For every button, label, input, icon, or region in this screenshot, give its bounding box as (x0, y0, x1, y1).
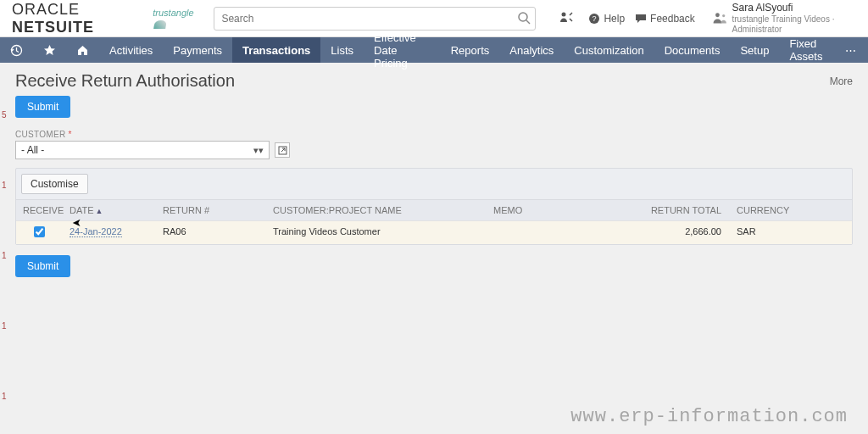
partner-logo: trustangle (153, 8, 197, 28)
cell-currency: SAR (728, 226, 796, 239)
col-receive[interactable]: RECEIVE (16, 205, 63, 215)
user-name: Sara AlSyoufi (732, 2, 856, 14)
help-icon: ? (588, 13, 600, 25)
help-link[interactable]: ? Help (588, 13, 625, 25)
cell-return-no: RA06 (156, 226, 266, 239)
nav-item-effective-date-pricing[interactable]: Effective Date Pricing (364, 37, 441, 63)
sort-asc-icon: ▲ (96, 207, 103, 215)
user-role: trustangle Training Videos · Administrat… (732, 14, 856, 35)
search-input[interactable] (214, 7, 536, 31)
global-search (214, 7, 536, 31)
col-return-no[interactable]: RETURN # (156, 205, 266, 215)
date-link[interactable]: 24-Jan-2022 (70, 226, 122, 237)
svg-point-5 (715, 14, 720, 18)
cell-customer: Training Videos Customer (266, 226, 487, 239)
nav-item-payments[interactable]: Payments (163, 37, 232, 63)
user-menu[interactable]: Sara AlSyoufi trustangle Training Videos… (712, 2, 856, 34)
search-icon[interactable] (517, 11, 531, 27)
receive-checkbox[interactable] (34, 226, 45, 237)
user-icon (712, 10, 727, 25)
submit-button-bottom[interactable]: Submit (15, 255, 70, 277)
col-return-total[interactable]: RETURN TOTAL (635, 205, 728, 215)
customer-label: CUSTOMER * (15, 130, 853, 139)
customer-select[interactable]: - All - ▾▾ (15, 141, 270, 159)
col-memo[interactable]: MEMO (487, 205, 635, 215)
customise-button[interactable]: Customise (21, 174, 88, 194)
nav-item-activities[interactable]: Activities (99, 37, 163, 63)
results-table: RECEIVE DATE▲ RETURN # CUSTOMER:PROJECT … (16, 200, 852, 244)
open-record-icon[interactable] (275, 142, 290, 158)
watermark-text: www.erp-information.com (570, 406, 848, 427)
customer-filter: CUSTOMER * - All - ▾▾ (15, 130, 853, 159)
results-panel: Customise RECEIVE DATE▲ RETURN # CUSTOME… (15, 168, 853, 245)
nav-favorites-icon[interactable] (33, 37, 66, 63)
feedback-link[interactable]: Feedback (635, 13, 695, 25)
nav-item-lists[interactable]: Lists (320, 37, 364, 63)
svg-line-1 (526, 20, 530, 24)
nav-item-documents[interactable]: Documents (654, 37, 731, 63)
svg-text:?: ? (593, 14, 597, 23)
role-switch-icon[interactable] (556, 11, 578, 25)
chevron-down-icon: ▾▾ (253, 145, 264, 156)
more-menu[interactable]: More (830, 75, 853, 87)
nav-item-customization[interactable]: Customization (564, 37, 654, 63)
table-row: 24-Jan-2022 RA06 Training Videos Custome… (16, 220, 852, 244)
page-content: Receive Return Authorisation More Submit… (0, 63, 868, 286)
nav-home-icon[interactable] (66, 37, 99, 63)
nav-item-reports[interactable]: Reports (441, 37, 500, 63)
nav-overflow[interactable]: ⋯ (833, 37, 868, 63)
svg-point-2 (562, 13, 566, 17)
app-header: ORACLE NETSUITE trustangle ? Help Feedba… (0, 0, 868, 37)
nav-recent-icon[interactable] (0, 37, 33, 63)
nav-item-transactions[interactable]: Transactions (232, 37, 320, 63)
col-date[interactable]: DATE▲ (63, 205, 156, 215)
annotation-marks: 5 1 1 1 1 (2, 110, 7, 401)
svg-point-0 (519, 13, 527, 21)
main-nav: Activities Payments Transactions Lists E… (0, 37, 868, 63)
feedback-icon (635, 13, 647, 25)
svg-point-6 (722, 14, 725, 17)
page-title: Receive Return Authorisation (15, 71, 235, 91)
customer-value: - All - (21, 144, 44, 156)
col-currency[interactable]: CURRENCY (728, 205, 796, 215)
nav-item-fixed-assets[interactable]: Fixed Assets (779, 37, 833, 63)
table-header: RECEIVE DATE▲ RETURN # CUSTOMER:PROJECT … (16, 200, 852, 220)
cell-return-total: 2,666.00 (635, 226, 728, 239)
oracle-netsuite-logo: ORACLE NETSUITE (12, 1, 137, 36)
cell-memo (487, 226, 635, 239)
submit-button-top[interactable]: Submit (15, 96, 70, 118)
nav-item-analytics[interactable]: Analytics (499, 37, 564, 63)
nav-item-setup[interactable]: Setup (730, 37, 779, 63)
col-customer[interactable]: CUSTOMER:PROJECT NAME (266, 205, 487, 215)
